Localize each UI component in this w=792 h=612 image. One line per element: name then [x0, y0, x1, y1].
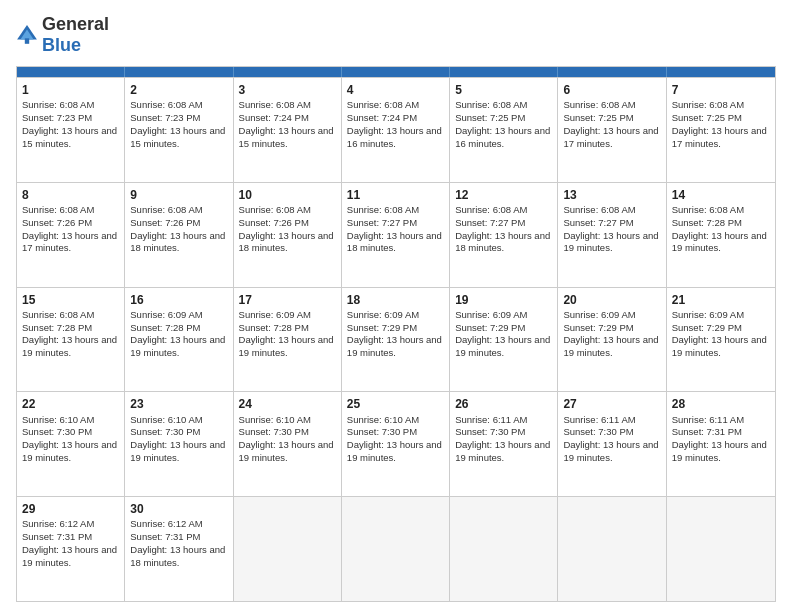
- cell-w4-d7: 28Sunrise: 6:11 AM Sunset: 7:31 PM Dayli…: [667, 392, 775, 496]
- header-tuesday: [234, 67, 342, 77]
- cell-w5-d4: [342, 497, 450, 601]
- day-info: Sunrise: 6:08 AM Sunset: 7:25 PM Dayligh…: [672, 99, 770, 150]
- day-info: Sunrise: 6:08 AM Sunset: 7:24 PM Dayligh…: [347, 99, 444, 150]
- day-number: 14: [672, 187, 770, 203]
- week-row-3: 15Sunrise: 6:08 AM Sunset: 7:28 PM Dayli…: [17, 287, 775, 392]
- day-number: 7: [672, 82, 770, 98]
- cell-w5-d3: [234, 497, 342, 601]
- day-number: 24: [239, 396, 336, 412]
- header-thursday: [450, 67, 558, 77]
- header-wednesday: [342, 67, 450, 77]
- day-info: Sunrise: 6:08 AM Sunset: 7:26 PM Dayligh…: [22, 204, 119, 255]
- svg-rect-2: [25, 38, 29, 44]
- cell-w2-d3: 10Sunrise: 6:08 AM Sunset: 7:26 PM Dayli…: [234, 183, 342, 287]
- day-info: Sunrise: 6:09 AM Sunset: 7:29 PM Dayligh…: [455, 309, 552, 360]
- day-number: 6: [563, 82, 660, 98]
- cell-w3-d3: 17Sunrise: 6:09 AM Sunset: 7:28 PM Dayli…: [234, 288, 342, 392]
- cell-w4-d6: 27Sunrise: 6:11 AM Sunset: 7:30 PM Dayli…: [558, 392, 666, 496]
- day-number: 30: [130, 501, 227, 517]
- cell-w2-d6: 13Sunrise: 6:08 AM Sunset: 7:27 PM Dayli…: [558, 183, 666, 287]
- cell-w2-d4: 11Sunrise: 6:08 AM Sunset: 7:27 PM Dayli…: [342, 183, 450, 287]
- day-info: Sunrise: 6:08 AM Sunset: 7:27 PM Dayligh…: [455, 204, 552, 255]
- cell-w2-d1: 8Sunrise: 6:08 AM Sunset: 7:26 PM Daylig…: [17, 183, 125, 287]
- day-info: Sunrise: 6:08 AM Sunset: 7:26 PM Dayligh…: [130, 204, 227, 255]
- day-number: 25: [347, 396, 444, 412]
- logo-text: General Blue: [42, 14, 109, 56]
- day-info: Sunrise: 6:08 AM Sunset: 7:23 PM Dayligh…: [130, 99, 227, 150]
- cell-w2-d2: 9Sunrise: 6:08 AM Sunset: 7:26 PM Daylig…: [125, 183, 233, 287]
- cell-w4-d5: 26Sunrise: 6:11 AM Sunset: 7:30 PM Dayli…: [450, 392, 558, 496]
- day-info: Sunrise: 6:11 AM Sunset: 7:30 PM Dayligh…: [455, 414, 552, 465]
- day-number: 10: [239, 187, 336, 203]
- day-info: Sunrise: 6:08 AM Sunset: 7:25 PM Dayligh…: [455, 99, 552, 150]
- logo-icon: [16, 24, 38, 46]
- day-number: 13: [563, 187, 660, 203]
- day-number: 27: [563, 396, 660, 412]
- week-row-5: 29Sunrise: 6:12 AM Sunset: 7:31 PM Dayli…: [17, 496, 775, 601]
- day-number: 21: [672, 292, 770, 308]
- day-number: 4: [347, 82, 444, 98]
- cell-w1-d6: 6Sunrise: 6:08 AM Sunset: 7:25 PM Daylig…: [558, 78, 666, 182]
- day-number: 17: [239, 292, 336, 308]
- day-info: Sunrise: 6:11 AM Sunset: 7:30 PM Dayligh…: [563, 414, 660, 465]
- cell-w3-d5: 19Sunrise: 6:09 AM Sunset: 7:29 PM Dayli…: [450, 288, 558, 392]
- day-info: Sunrise: 6:12 AM Sunset: 7:31 PM Dayligh…: [130, 518, 227, 569]
- logo-blue: Blue: [42, 35, 81, 55]
- day-number: 28: [672, 396, 770, 412]
- calendar-body: 1Sunrise: 6:08 AM Sunset: 7:23 PM Daylig…: [17, 77, 775, 601]
- cell-w4-d1: 22Sunrise: 6:10 AM Sunset: 7:30 PM Dayli…: [17, 392, 125, 496]
- day-number: 16: [130, 292, 227, 308]
- cell-w5-d6: [558, 497, 666, 601]
- day-info: Sunrise: 6:09 AM Sunset: 7:29 PM Dayligh…: [347, 309, 444, 360]
- day-info: Sunrise: 6:09 AM Sunset: 7:29 PM Dayligh…: [672, 309, 770, 360]
- day-info: Sunrise: 6:08 AM Sunset: 7:27 PM Dayligh…: [563, 204, 660, 255]
- header: General Blue: [16, 14, 776, 56]
- day-number: 2: [130, 82, 227, 98]
- cell-w5-d5: [450, 497, 558, 601]
- day-number: 23: [130, 396, 227, 412]
- cell-w1-d5: 5Sunrise: 6:08 AM Sunset: 7:25 PM Daylig…: [450, 78, 558, 182]
- header-sunday: [17, 67, 125, 77]
- day-number: 15: [22, 292, 119, 308]
- cell-w1-d1: 1Sunrise: 6:08 AM Sunset: 7:23 PM Daylig…: [17, 78, 125, 182]
- day-number: 9: [130, 187, 227, 203]
- cell-w1-d7: 7Sunrise: 6:08 AM Sunset: 7:25 PM Daylig…: [667, 78, 775, 182]
- day-number: 8: [22, 187, 119, 203]
- day-info: Sunrise: 6:12 AM Sunset: 7:31 PM Dayligh…: [22, 518, 119, 569]
- day-number: 11: [347, 187, 444, 203]
- cell-w2-d7: 14Sunrise: 6:08 AM Sunset: 7:28 PM Dayli…: [667, 183, 775, 287]
- header-monday: [125, 67, 233, 77]
- day-number: 12: [455, 187, 552, 203]
- cell-w3-d7: 21Sunrise: 6:09 AM Sunset: 7:29 PM Dayli…: [667, 288, 775, 392]
- day-info: Sunrise: 6:10 AM Sunset: 7:30 PM Dayligh…: [347, 414, 444, 465]
- day-number: 29: [22, 501, 119, 517]
- calendar-header: [17, 67, 775, 77]
- cell-w4-d4: 25Sunrise: 6:10 AM Sunset: 7:30 PM Dayli…: [342, 392, 450, 496]
- day-info: Sunrise: 6:08 AM Sunset: 7:28 PM Dayligh…: [672, 204, 770, 255]
- day-info: Sunrise: 6:08 AM Sunset: 7:27 PM Dayligh…: [347, 204, 444, 255]
- cell-w5-d1: 29Sunrise: 6:12 AM Sunset: 7:31 PM Dayli…: [17, 497, 125, 601]
- header-friday: [558, 67, 666, 77]
- cell-w1-d2: 2Sunrise: 6:08 AM Sunset: 7:23 PM Daylig…: [125, 78, 233, 182]
- week-row-4: 22Sunrise: 6:10 AM Sunset: 7:30 PM Dayli…: [17, 391, 775, 496]
- week-row-1: 1Sunrise: 6:08 AM Sunset: 7:23 PM Daylig…: [17, 77, 775, 182]
- day-info: Sunrise: 6:11 AM Sunset: 7:31 PM Dayligh…: [672, 414, 770, 465]
- logo-general: General: [42, 14, 109, 34]
- day-number: 19: [455, 292, 552, 308]
- cell-w3-d6: 20Sunrise: 6:09 AM Sunset: 7:29 PM Dayli…: [558, 288, 666, 392]
- day-info: Sunrise: 6:08 AM Sunset: 7:25 PM Dayligh…: [563, 99, 660, 150]
- cell-w3-d2: 16Sunrise: 6:09 AM Sunset: 7:28 PM Dayli…: [125, 288, 233, 392]
- day-info: Sunrise: 6:10 AM Sunset: 7:30 PM Dayligh…: [22, 414, 119, 465]
- day-number: 26: [455, 396, 552, 412]
- day-info: Sunrise: 6:09 AM Sunset: 7:28 PM Dayligh…: [239, 309, 336, 360]
- cell-w1-d3: 3Sunrise: 6:08 AM Sunset: 7:24 PM Daylig…: [234, 78, 342, 182]
- header-saturday: [667, 67, 775, 77]
- page: General Blue 1Sunrise: 6:08 AM Sunset: 7…: [0, 0, 792, 612]
- day-info: Sunrise: 6:10 AM Sunset: 7:30 PM Dayligh…: [130, 414, 227, 465]
- day-number: 20: [563, 292, 660, 308]
- day-number: 1: [22, 82, 119, 98]
- logo: General Blue: [16, 14, 109, 56]
- cell-w1-d4: 4Sunrise: 6:08 AM Sunset: 7:24 PM Daylig…: [342, 78, 450, 182]
- cell-w3-d1: 15Sunrise: 6:08 AM Sunset: 7:28 PM Dayli…: [17, 288, 125, 392]
- day-info: Sunrise: 6:10 AM Sunset: 7:30 PM Dayligh…: [239, 414, 336, 465]
